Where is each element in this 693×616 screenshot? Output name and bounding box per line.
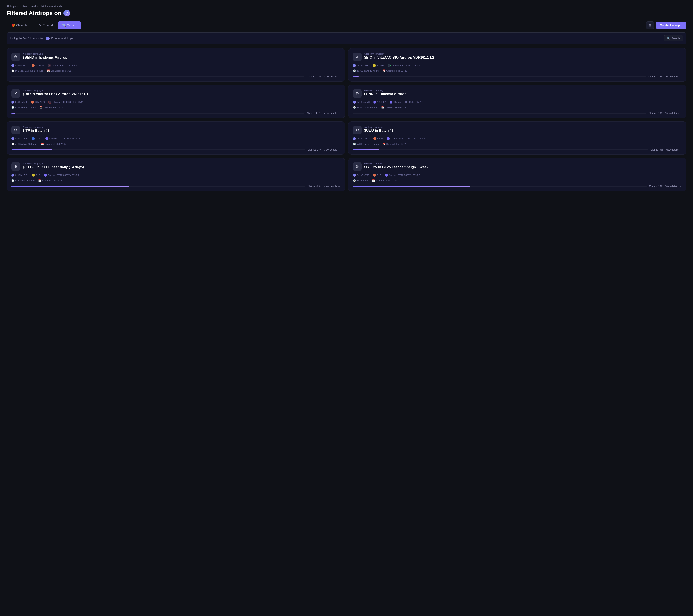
tab-claimable[interactable]: 🎁 Claimable [6,21,34,29]
created-text: Created: Jan 31 '25 [376,179,397,182]
card-time-row: 🕐 in 335 days 15 hours 📅 Created: Feb 02… [11,142,340,145]
grid-icon: ⊞ [649,23,652,27]
meta-item: 1 / 1607 [373,101,386,103]
tab-search[interactable]: 🔍 Search [58,21,81,29]
meta-item: Claims: GTT25 4007 / 6695.5 [385,174,420,177]
airdrop-card[interactable]: ⚙ Airstream campaign $UwU in Batch #3 0x… [348,121,687,155]
airdrop-card[interactable]: ⚙ Airstream campaign $ITP in Batch #3 0x… [6,121,345,155]
created-date: 📅 Created: Feb 05 '25 [382,69,407,72]
create-airdrop-label: Create Airdrop [660,24,680,27]
airdrop-card[interactable]: ✕ Airstream campaign $BIO in VitaDAO BIO… [6,85,345,118]
card-title-group: Airstream campaign $BIO in VitaDAO BIO A… [23,89,88,96]
view-details-link[interactable]: View details → [666,75,682,78]
campaign-icon: ⚙ [11,162,20,171]
airdrop-card[interactable]: ⚙ Airstream campaign $GTT25 in GT25 Test… [348,158,687,191]
card-title-group: Airstream campaign $BIO in VitaDAO BIO A… [364,53,434,60]
breadcrumb-current: Search [22,5,30,8]
card-time-row: 🕐 in 328 days 8 hours 📅 Created: Feb 05 … [353,106,682,109]
breadcrumb-hash: # [20,5,21,8]
ethereum-icon: ⬡ [63,10,70,16]
card-meta: 0xd33..958d 9 / 61 Claims: ITP 14.75K / … [11,137,340,140]
meta-item: Claims: UwU 2751.2864 / 39.89K [387,137,426,140]
search-bar-text: Listing the first 31 results for: ⬡ Ethe… [10,37,73,40]
search-button[interactable]: 🔍 Search [664,35,683,41]
card-header: ⚙ Airstream campaign $GTT25 in GT25 Test… [353,162,682,171]
expiry-time: 🕐 in 335 days 15 hours [353,142,379,145]
claims-label: Claims: 9% [651,148,663,151]
expiry-time: 🕐 in 328 days 8 hours [353,106,377,109]
meta-text: 6 / 61 [377,137,383,140]
card-time-row: 🕐 in 335 days 15 hours 📅 Created: Feb 02… [353,142,682,145]
card-header: ⚙ Airstream campaign $SEND in Endemic Ai… [11,53,340,61]
breadcrumb-airdrops[interactable]: Airdrops [6,5,16,8]
eth-network-icon: ⬡ [46,37,50,40]
campaign-type: Airstream campaign [23,126,50,128]
card-meta: 0xd9c..641c 0 / 1607 ✕ Claims: END 0 / 5… [11,64,340,67]
meta-text: 6 / 304 [377,64,384,67]
view-details-link[interactable]: View details → [666,185,682,188]
meta-dot [32,174,35,177]
card-time-row: 🕐 in 22 hours 📅 Created: Jan 31 '25 [353,179,682,182]
meta-dot: ✓ [388,64,391,67]
campaign-name: $BIO in VitaDAO BIO Airdrop VDP161.1 L2 [364,56,434,60]
meta-text: 0xd9c..641c [15,64,28,67]
meta-dot [353,137,356,140]
calendar-icon: 📅 [41,142,44,145]
view-details-link[interactable]: View details → [666,112,682,115]
view-details-link[interactable]: View details → [666,148,682,151]
expiry-time: 🕐 in 8 days 18 hours [11,179,35,182]
time-text: in 1 year 31 days 17 hours [15,69,43,72]
view-details-link[interactable]: View details → [324,185,340,188]
create-airdrop-button[interactable]: Create Airdrop + [656,22,687,29]
clock-icon: 🕐 [353,106,356,109]
progress-bar-fill [353,113,353,114]
meta-text: 0x15c..3172 [357,137,370,140]
campaign-type: Airstream campaign [23,162,84,165]
tab-created[interactable]: ⚙ Created [34,21,58,29]
created-text: Created: Jan 31 '25 [42,179,63,182]
search-tab-icon: 🔍 [62,24,66,27]
airdrop-card[interactable]: ✕ Airstream campaign $BIO in VitaDAO BIO… [348,48,687,82]
meta-item: 0 / 1607 [32,64,44,67]
campaign-type: Airstream campaign [23,53,67,55]
meta-text: 0x2a5..8f56 [357,174,369,176]
meta-item: ✕ Claims: END 0 / 545.77K [48,64,78,67]
created-date: 📅 Created: Feb 06 '25 [47,69,72,72]
campaign-type: Airstream campaign [364,126,394,128]
airdrop-card[interactable]: ⚙ Airstream campaign $END in Endemic Air… [348,85,687,118]
card-meta: 0x834..23bf 6 / 304 ✓ Claims: BIO 2626 /… [353,64,682,67]
airdrop-card[interactable]: ⚙ Airstream campaign $GTT25 in GTT Linea… [6,158,345,191]
meta-item: 6 / 304 [373,64,384,67]
breadcrumb: Airdrops > # Search Airdrop distribution… [6,5,687,8]
view-details-link[interactable]: View details → [324,75,340,78]
view-details-link[interactable]: View details → [324,148,340,151]
campaign-name: $SEND in Endemic Airdrop [23,56,67,60]
card-header: ⚙ Airstream campaign $GTT25 in GTT Linea… [11,162,340,171]
meta-item: 0x9f5..dec2 [11,101,27,103]
airdrop-card[interactable]: ⚙ Airstream campaign $SEND in Endemic Ai… [6,48,345,82]
search-filter-bar: Listing the first 31 results for: ⬡ Ethe… [6,33,687,44]
meta-text: 2 / 5 [36,174,40,176]
clock-icon: 🕐 [11,179,14,182]
meta-dot [390,101,392,103]
progress-row: Claims: 9% View details → [353,148,682,151]
meta-text: Claims: END 1150 / 545.77K [393,101,424,103]
meta-text: 33 / 2379 [35,101,45,103]
meta-item: 33 / 2379 [31,101,45,103]
meta-text: 0x13b..a5c8 [357,101,370,103]
view-details-link[interactable]: View details → [324,112,340,115]
created-text: Created: Feb 02 '25 [45,143,65,145]
meta-text: 0x9f5..dec2 [15,101,27,103]
meta-text: 9 / 61 [36,137,42,140]
campaign-name: $ITP in Batch #3 [23,128,50,133]
progress-bar-background [11,149,305,150]
card-meta: 0x13b..a5c8 1 / 1607 Claims: END 1150 / … [353,101,682,103]
card-meta: 0xd0b..b56c 2 / 5 Claims: GTT25 4007 / 6… [11,174,340,177]
card-header: ⚙ Airstream campaign $UwU in Batch #3 [353,126,682,134]
grid-view-button[interactable]: ⊞ [646,21,654,29]
breadcrumb-subtitle: Airdrop distributions at scale [31,5,62,8]
time-text: in 22 hours [357,179,369,182]
network-label: Ethereum airdrops [51,37,73,40]
meta-dot [11,137,14,140]
claims-label: Claims: 14% [308,148,321,151]
